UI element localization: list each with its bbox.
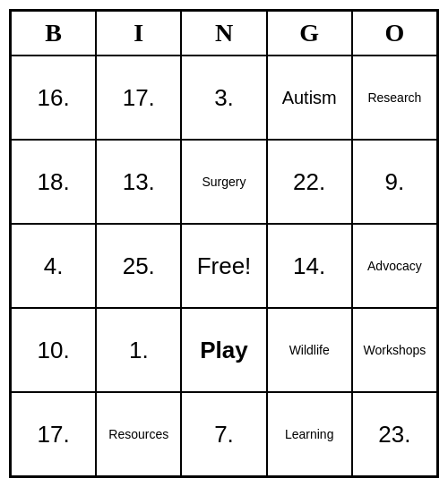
cell-r2c1: 18.: [11, 140, 96, 224]
cell-r4c5: Workshops: [352, 308, 437, 392]
cell-r1c2: 17.: [96, 56, 181, 140]
cell-r1c3: 3.: [181, 56, 266, 140]
cell-r3c1: 4.: [11, 224, 96, 308]
cell-r2c3: Surgery: [181, 140, 266, 224]
cell-r5c5: 23.: [352, 392, 437, 476]
cell-r4c1: 10.: [11, 308, 96, 392]
cell-r1c5: Research: [352, 56, 437, 140]
cell-r2c4: 22.: [267, 140, 352, 224]
cell-r4c3: Play: [181, 308, 266, 392]
header-o: O: [352, 11, 437, 56]
cell-r3c2: 25.: [96, 224, 181, 308]
cell-r5c1: 17.: [11, 392, 96, 476]
header-b: B: [11, 11, 96, 56]
cell-r4c2: 1.: [96, 308, 181, 392]
cell-r2c5: 9.: [352, 140, 437, 224]
header-i: I: [96, 11, 181, 56]
header-n: N: [181, 11, 266, 56]
cell-r1c1: 16.: [11, 56, 96, 140]
cell-r5c4: Learning: [267, 392, 352, 476]
bingo-card: B I N G O 16. 17. 3. Autism Research 18.…: [9, 9, 439, 478]
header-g: G: [267, 11, 352, 56]
cell-r4c4: Wildlife: [267, 308, 352, 392]
cell-r3c3-free: Free!: [181, 224, 266, 308]
cell-r3c4: 14.: [267, 224, 352, 308]
cell-r5c3: 7.: [181, 392, 266, 476]
cell-r5c2: Resources: [96, 392, 181, 476]
cell-r2c2: 13.: [96, 140, 181, 224]
cell-r1c4: Autism: [267, 56, 352, 140]
cell-r3c5: Advocacy: [352, 224, 437, 308]
